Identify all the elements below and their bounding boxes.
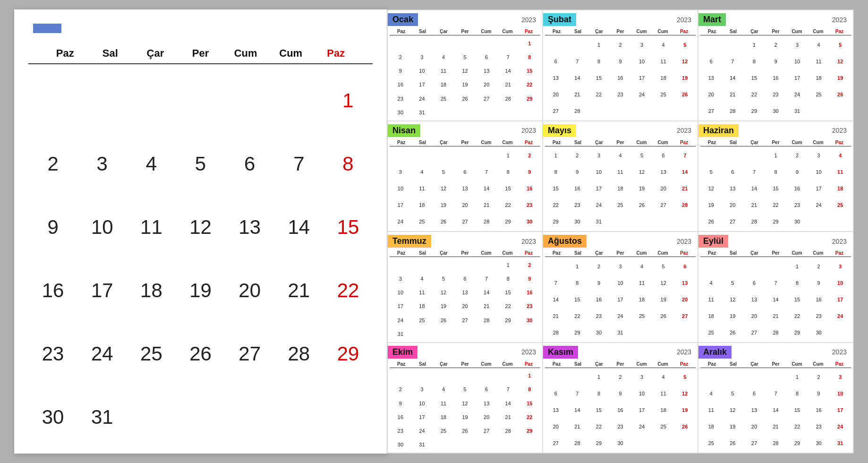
mini-day-name-cell: Per	[454, 28, 476, 35]
mini-day-cell: 8	[519, 383, 540, 396]
mini-day-cell: 15	[588, 69, 610, 86]
mini-day-name-cell: Paz	[546, 139, 567, 146]
mini-day-name-cell: Sal	[567, 360, 588, 368]
mini-day-cell: 6	[700, 53, 722, 69]
mini-day-name-cell: Cum	[497, 360, 518, 368]
mini-day-cell: 8	[588, 53, 610, 69]
main-container: Paz Sal Çar Per Cum Cum Paz 123456789101…	[0, 0, 868, 463]
day-sal: Sal	[88, 47, 133, 63]
mini-day-names: PazSalÇarPerCumCumPaz	[545, 139, 696, 146]
mini-day-cell: 1	[743, 36, 765, 53]
mini-day-name-cell: Cum	[631, 249, 652, 257]
mini-day-cell: 8	[765, 164, 787, 180]
mini-day-cell	[610, 214, 631, 230]
mini-day-cell: 29	[567, 324, 588, 341]
mini-month-label: Ağustos	[543, 235, 587, 248]
mini-day-name-cell: Cum	[808, 249, 829, 257]
large-day-cell: 12	[176, 196, 225, 259]
mini-day-cell: 19	[674, 69, 696, 86]
mini-day-cell: 18	[653, 402, 674, 419]
mini-year: 2023	[521, 238, 538, 245]
mini-day-name-cell: Per	[454, 249, 476, 257]
mini-day-cell: 17	[411, 410, 433, 424]
mini-day-name-cell: Per	[610, 139, 631, 146]
mini-day-cell: 18	[829, 180, 851, 197]
mini-day-cell: 13	[454, 286, 476, 300]
mini-day-cell: 15	[786, 402, 808, 419]
mini-day-cell	[454, 147, 476, 164]
mini-day-cell: 19	[829, 69, 851, 86]
mini-day-cell: 21	[765, 419, 787, 435]
mini-day-cell: 30	[519, 214, 540, 230]
mini-day-cell: 24	[786, 86, 808, 103]
large-day-cell	[274, 386, 323, 449]
mini-day-cell: 21	[743, 197, 765, 214]
large-day-cell	[274, 69, 323, 132]
mini-day-cell: 8	[743, 53, 765, 69]
mini-day-cell: 26	[631, 197, 653, 214]
mini-month-label: Ekim	[388, 346, 417, 359]
large-day-cell: 25	[127, 322, 176, 386]
mini-day-cell: 13	[545, 69, 567, 86]
mini-day-cell: 12	[722, 291, 744, 308]
mini-day-cell: 31	[786, 103, 808, 119]
mini-year: 2023	[832, 348, 849, 356]
mini-day-cell: 30	[786, 214, 808, 230]
large-day-cell: 14	[274, 196, 323, 259]
large-day-cell	[225, 69, 274, 132]
mini-day-cell: 9	[519, 272, 540, 285]
mini-day-cell: 16	[519, 286, 540, 300]
mini-day-cell: 5	[454, 50, 476, 64]
mini-day-cell: 30	[765, 103, 787, 119]
mini-day-name-cell: Paz	[391, 28, 412, 35]
mini-day-cell: 26	[722, 435, 744, 452]
mini-day-cell: 1	[588, 36, 610, 53]
mini-day-name-cell: Paz	[546, 360, 567, 368]
mini-day-cell: 22	[567, 308, 588, 324]
mini-day-cell: 3	[390, 164, 411, 180]
mini-day-cell: 8	[497, 272, 519, 285]
mini-day-cell: 26	[722, 324, 744, 341]
day-paz2: Paz	[314, 47, 359, 63]
mini-day-name-cell: Cum	[652, 360, 673, 368]
mini-day-name-cell: Cum	[808, 360, 829, 368]
mini-day-cell: 10	[829, 386, 851, 402]
mini-day-cell: 9	[808, 386, 830, 402]
mini-day-cell: 6	[454, 272, 476, 285]
mini-day-cell: 23	[390, 92, 411, 105]
mini-day-cell: 27	[476, 424, 497, 438]
mini-day-name-cell: Paz	[673, 249, 695, 257]
mini-day-cell	[433, 369, 454, 383]
mini-year: 2023	[832, 127, 849, 134]
mini-day-cell: 6	[743, 274, 765, 291]
mini-day-name-cell: Çar	[744, 360, 765, 368]
mini-day-names: PazSalÇarPerCumCumPaz	[545, 249, 696, 257]
mini-month-label: Haziran	[698, 124, 739, 137]
mini-cal-header: Eylül2023	[698, 232, 853, 249]
mini-day-cell: 25	[808, 86, 830, 103]
mini-day-name-cell: Cum	[786, 139, 808, 146]
mini-day-cell: 5	[433, 272, 454, 285]
mini-day-cell: 26	[700, 214, 722, 230]
mini-day-cell: 1	[497, 258, 519, 272]
mini-day-cell: 14	[497, 396, 519, 410]
mini-day-name-cell: Cum	[476, 249, 497, 257]
mini-day-cell: 23	[519, 197, 540, 214]
mini-day-cell: 6	[476, 50, 497, 64]
mini-day-names: PazSalÇarPerCumCumPaz	[700, 360, 851, 368]
mini-day-cell: 11	[653, 386, 674, 402]
mini-day-cell: 5	[722, 386, 744, 402]
mini-calendar-haziran: Haziran2023PazSalÇarPerCumCumPaz12345678…	[698, 121, 853, 232]
mini-day-cell	[567, 369, 588, 386]
mini-day-cell: 22	[497, 300, 519, 313]
mini-day-name-cell: Paz	[701, 360, 723, 368]
mini-day-cell: 2	[519, 147, 540, 164]
mini-day-cell: 17	[829, 291, 851, 308]
mini-day-cell: 8	[545, 164, 567, 180]
mini-day-cell: 27	[454, 313, 476, 327]
mini-day-name-cell: Paz	[673, 28, 695, 35]
mini-day-cell: 29	[588, 435, 610, 452]
mini-day-name-cell: Cum	[631, 139, 652, 146]
mini-day-cell: 4	[700, 386, 722, 402]
mini-day-cell: 26	[433, 313, 454, 327]
